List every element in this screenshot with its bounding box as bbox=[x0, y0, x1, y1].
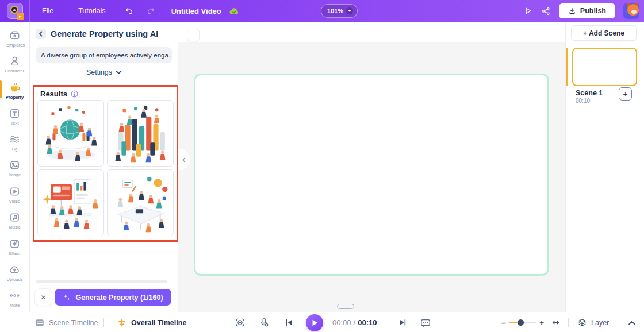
sidebar-item-image[interactable]: Image bbox=[0, 156, 29, 182]
scene-timeline-label: Scene Timeline bbox=[49, 319, 98, 327]
sidebar-item-character[interactable]: Character bbox=[0, 51, 29, 77]
sidebar-item-video[interactable]: Video bbox=[0, 182, 29, 207]
plus-icon: + bbox=[623, 90, 627, 98]
divider bbox=[568, 318, 569, 327]
slider-handle[interactable] bbox=[518, 319, 524, 326]
uploads-icon bbox=[9, 264, 21, 276]
canvas-zoom-value: 101% bbox=[327, 7, 343, 14]
tutorials-menu-button[interactable]: Tutorials bbox=[66, 0, 118, 22]
result-thumbnail-2[interactable] bbox=[107, 100, 174, 167]
more-dots-icon bbox=[9, 289, 21, 302]
collapse-panel-button[interactable] bbox=[178, 149, 190, 170]
generate-property-button[interactable]: Generate Property (1/160) bbox=[55, 289, 171, 306]
voiceover-button[interactable] bbox=[259, 312, 270, 332]
subtitles-button[interactable] bbox=[420, 312, 431, 332]
sidebar-item-label: Effect bbox=[9, 251, 21, 256]
redo-icon bbox=[146, 6, 156, 16]
sidebar-item-label: More bbox=[10, 303, 20, 308]
result-thumbnail-3[interactable] bbox=[37, 169, 104, 236]
canvas-zoom-dropdown[interactable]: 101% bbox=[321, 4, 358, 18]
layer-label: Layer bbox=[591, 319, 609, 327]
sidebar-item-music[interactable]: Music bbox=[0, 208, 29, 234]
canvas-select-checkbox[interactable] bbox=[187, 29, 200, 41]
generate-button-label: Generate Property (1/160) bbox=[75, 294, 163, 302]
account-avatar[interactable] bbox=[623, 3, 639, 19]
redo-button[interactable] bbox=[140, 0, 162, 22]
sidebar-item-bg[interactable]: Bg bbox=[0, 129, 29, 155]
prompt-input[interactable]: A diverse group of employees actively en… bbox=[36, 47, 172, 63]
result-thumbnail-4[interactable] bbox=[107, 169, 174, 236]
sidebar-item-property[interactable]: Property bbox=[0, 78, 29, 103]
sidebar-item-templates[interactable]: Templates bbox=[0, 25, 29, 51]
settings-label: Settings bbox=[86, 68, 112, 76]
sidebar-item-label: Bg bbox=[12, 146, 17, 152]
sidebar-item-more[interactable]: More bbox=[0, 286, 29, 312]
download-icon bbox=[568, 7, 576, 15]
time-separator: / bbox=[354, 318, 356, 327]
character-icon bbox=[9, 55, 21, 67]
prompt-value: A diverse group of employees actively en… bbox=[41, 52, 172, 59]
sidebar-item-label: Uploads bbox=[6, 277, 22, 282]
timeline-zoom-in-button[interactable]: + bbox=[539, 312, 544, 332]
expand-horizontal-icon bbox=[551, 318, 561, 327]
layers-icon bbox=[577, 318, 587, 327]
fit-timeline-button[interactable] bbox=[551, 312, 561, 332]
publish-button[interactable]: Publish bbox=[559, 3, 615, 18]
video-title[interactable]: Untitled Video bbox=[171, 7, 221, 16]
back-button[interactable] bbox=[36, 29, 46, 39]
insert-scene-button[interactable]: + bbox=[619, 87, 632, 101]
undo-button[interactable] bbox=[118, 0, 140, 22]
canvas-top-strip bbox=[178, 22, 565, 42]
publish-label: Publish bbox=[580, 7, 606, 15]
skip-to-end-button[interactable] bbox=[398, 312, 408, 332]
layer-button[interactable]: Layer bbox=[577, 312, 609, 332]
scene-1-thumbnail[interactable] bbox=[572, 48, 637, 86]
sidebar-item-label: Character bbox=[5, 68, 25, 74]
app-root: File Tutorials Untitled Video 101% bbox=[0, 0, 644, 332]
sidebar-item-uploads[interactable]: Uploads bbox=[0, 260, 29, 285]
close-panel-button[interactable]: ✕ bbox=[35, 289, 52, 306]
current-time: 00:00 bbox=[332, 318, 351, 327]
panel-scrollbar[interactable] bbox=[36, 280, 167, 283]
result-illustration-workshop bbox=[110, 172, 171, 233]
microphone-icon bbox=[259, 317, 270, 328]
overall-timeline-label: Overall Timeline bbox=[131, 319, 186, 327]
skip-to-start-button[interactable] bbox=[284, 312, 294, 332]
timeline-drag-handle[interactable] bbox=[337, 304, 354, 309]
sidebar-item-text[interactable]: Text bbox=[0, 103, 29, 129]
video-canvas[interactable] bbox=[194, 74, 549, 276]
results-highlight-region: Results bbox=[33, 85, 178, 242]
add-scene-button[interactable]: + Add Scene bbox=[571, 25, 637, 41]
timeline-zoom-out-button[interactable]: – bbox=[501, 312, 506, 332]
timeline-zoom-slider[interactable] bbox=[509, 322, 536, 323]
chevron-down-icon bbox=[346, 7, 353, 14]
share-button[interactable] bbox=[541, 6, 551, 16]
tutorials-menu-label: Tutorials bbox=[78, 7, 105, 15]
scene-name: Scene 1 bbox=[576, 89, 603, 97]
app-logo[interactable] bbox=[0, 0, 30, 22]
focus-target-icon bbox=[235, 317, 246, 328]
video-icon bbox=[9, 186, 21, 198]
chevron-left-icon bbox=[38, 31, 44, 37]
result-illustration-presentation bbox=[40, 172, 101, 233]
info-icon[interactable] bbox=[71, 90, 78, 98]
settings-toggle[interactable]: Settings bbox=[30, 67, 178, 78]
result-thumbnail-1[interactable] bbox=[37, 100, 104, 167]
preview-play-button[interactable] bbox=[523, 6, 533, 16]
overall-timeline-tab[interactable]: Overall Timeline bbox=[117, 312, 186, 332]
overall-timeline-icon bbox=[117, 318, 127, 328]
expand-timeline-button[interactable] bbox=[628, 312, 636, 332]
focus-scene-button[interactable] bbox=[235, 312, 246, 332]
play-button[interactable] bbox=[306, 314, 323, 331]
scenes-panel: + Add Scene Scene 1 00:10 + bbox=[565, 22, 644, 312]
minus-icon: – bbox=[501, 318, 506, 327]
sidebar-item-label: Video bbox=[9, 199, 21, 204]
property-icon bbox=[9, 81, 21, 94]
next-frame-icon bbox=[398, 318, 408, 327]
undo-icon bbox=[124, 6, 134, 16]
file-menu-button[interactable]: File bbox=[30, 0, 66, 22]
sidebar-item-effect[interactable]: Effect bbox=[0, 234, 29, 260]
results-label: Results bbox=[40, 90, 67, 98]
scene-timeline-tab[interactable]: Scene Timeline bbox=[34, 312, 98, 332]
chevron-down-icon bbox=[116, 70, 122, 75]
